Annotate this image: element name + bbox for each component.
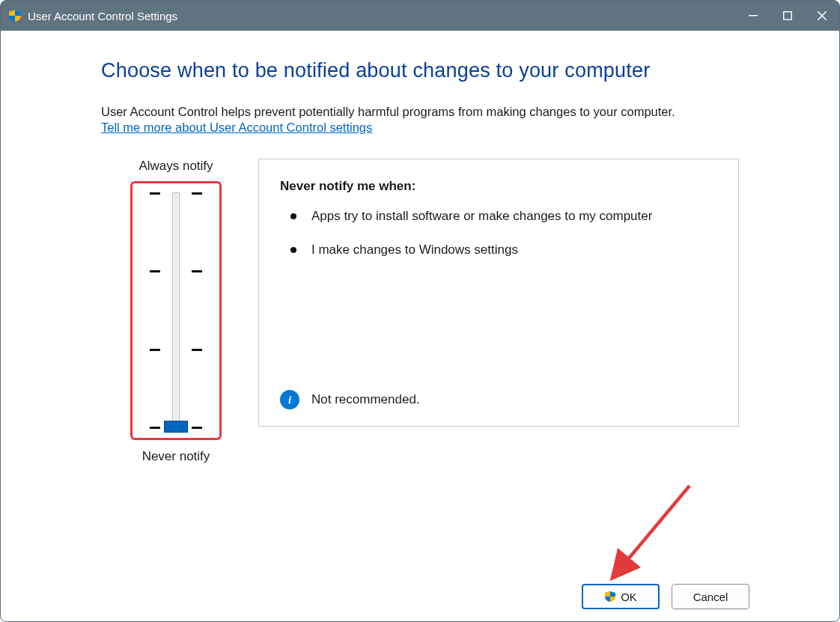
uac-slider[interactable] <box>150 192 202 429</box>
cancel-label: Cancel <box>693 591 728 603</box>
shield-icon <box>604 591 616 603</box>
title-bar: User Account Control Settings <box>1 1 839 31</box>
annotation-arrow-icon <box>600 480 704 592</box>
page-title: Choose when to be notified about changes… <box>101 59 739 82</box>
slider-column: Always notify Never notify <box>101 159 251 464</box>
cancel-button[interactable]: Cancel <box>672 584 749 609</box>
maximize-button[interactable] <box>770 1 805 31</box>
panel-item: Apps try to install software or make cha… <box>290 207 717 226</box>
info-icon: i <box>280 390 299 409</box>
window-title: User Account Control Settings <box>28 10 736 22</box>
minimize-button[interactable] <box>736 1 770 31</box>
slider-top-label: Always notify <box>101 159 251 174</box>
page-description: User Account Control helps prevent poten… <box>101 105 739 119</box>
notification-panel: Never notify me when: Apps try to instal… <box>258 159 739 427</box>
shield-icon <box>8 9 22 22</box>
panel-item: I make changes to Windows settings <box>290 241 717 260</box>
svg-rect-1 <box>784 12 792 20</box>
panel-list: Apps try to install software or make cha… <box>280 207 717 259</box>
help-link[interactable]: Tell me more about User Account Control … <box>101 121 372 134</box>
ok-label: OK <box>621 591 637 603</box>
slider-thumb[interactable] <box>164 421 188 433</box>
recommendation-text: Not recommended. <box>311 392 420 407</box>
close-button[interactable] <box>805 1 839 31</box>
slider-highlight-box <box>130 181 222 440</box>
slider-bottom-label: Never notify <box>101 449 251 464</box>
svg-rect-0 <box>749 15 758 16</box>
panel-heading: Never notify me when: <box>280 179 717 194</box>
svg-line-4 <box>613 486 690 577</box>
ok-button[interactable]: OK <box>582 584 660 609</box>
